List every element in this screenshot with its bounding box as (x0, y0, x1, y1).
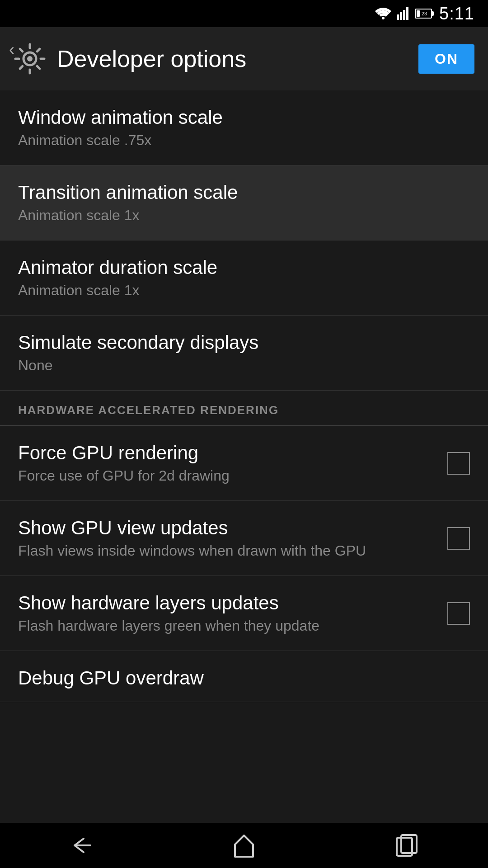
status-icons: 23 (375, 7, 432, 20)
force-gpu-rendering-item[interactable]: Force GPU rendering Force use of GPU for… (0, 426, 488, 501)
status-time: 5:11 (439, 4, 474, 24)
home-button[interactable] (217, 832, 271, 859)
debug-gpu-overdraw-title: Debug GPU overdraw (18, 667, 470, 689)
svg-rect-3 (403, 10, 405, 20)
show-hardware-layers-updates-text: Show hardware layers updates Flash hardw… (18, 592, 438, 634)
recents-nav-icon (393, 834, 420, 857)
hardware-rendering-label: HARDWARE ACCELERATED RENDERING (18, 403, 279, 417)
settings-list: Window animation scale Animation scale .… (0, 90, 488, 702)
back-nav-icon (68, 834, 95, 857)
svg-rect-2 (400, 12, 402, 20)
show-hardware-layers-updates-item[interactable]: Show hardware layers updates Flash hardw… (0, 576, 488, 651)
simulate-secondary-displays-title: Simulate secondary displays (18, 332, 470, 354)
show-gpu-view-updates-subtitle: Flash views inside windows when drawn wi… (18, 542, 438, 559)
developer-toggle-button[interactable]: ON (418, 44, 474, 74)
svg-rect-4 (406, 7, 408, 20)
simulate-secondary-displays-subtitle: None (18, 357, 470, 374)
transition-animation-scale-title: Transition animation scale (18, 182, 470, 203)
battery-level: 23 (417, 11, 432, 16)
home-nav-icon (230, 832, 258, 859)
debug-gpu-overdraw-text: Debug GPU overdraw (18, 667, 470, 693)
show-gpu-view-updates-item[interactable]: Show GPU view updates Flash views inside… (0, 501, 488, 576)
show-gpu-view-updates-checkbox[interactable] (447, 527, 470, 550)
hardware-rendering-section-header: HARDWARE ACCELERATED RENDERING (0, 391, 488, 426)
battery-container: 23 (415, 9, 432, 19)
page-title: Developer options (57, 45, 408, 72)
window-animation-scale-item[interactable]: Window animation scale Animation scale .… (0, 90, 488, 165)
show-hardware-layers-updates-subtitle: Flash hardware layers green when they up… (18, 618, 438, 634)
navigation-bar (0, 823, 488, 868)
wifi-icon (375, 7, 391, 20)
animator-duration-scale-item[interactable]: Animator duration scale Animation scale … (0, 241, 488, 316)
show-gpu-view-updates-title: Show GPU view updates (18, 517, 438, 539)
force-gpu-rendering-text: Force GPU rendering Force use of GPU for… (18, 442, 438, 484)
window-animation-scale-title: Window animation scale (18, 107, 470, 128)
show-hardware-layers-updates-title: Show hardware layers updates (18, 592, 438, 614)
animator-duration-scale-title: Animator duration scale (18, 257, 470, 278)
svg-point-6 (27, 56, 33, 61)
animator-duration-scale-subtitle: Animation scale 1x (18, 282, 470, 299)
recents-button[interactable] (380, 832, 434, 859)
window-animation-scale-text: Window animation scale Animation scale .… (18, 107, 470, 149)
show-gpu-view-updates-text: Show GPU view updates Flash views inside… (18, 517, 438, 559)
simulate-secondary-displays-text: Simulate secondary displays None (18, 332, 470, 374)
force-gpu-rendering-subtitle: Force use of GPU for 2d drawing (18, 467, 438, 484)
window-animation-scale-subtitle: Animation scale .75x (18, 132, 470, 149)
animator-duration-scale-text: Animator duration scale Animation scale … (18, 257, 470, 299)
battery-icon: 23 (415, 9, 432, 19)
transition-animation-scale-text: Transition animation scale Animation sca… (18, 182, 470, 224)
signal-icon (397, 7, 409, 20)
settings-gear-icon: ‹ (14, 42, 46, 75)
simulate-secondary-displays-item[interactable]: Simulate secondary displays None (0, 316, 488, 391)
back-arrow-icon: ‹ (9, 40, 14, 59)
debug-gpu-overdraw-item[interactable]: Debug GPU overdraw (0, 651, 488, 702)
show-hardware-layers-updates-checkbox[interactable] (447, 602, 470, 625)
transition-animation-scale-item[interactable]: Transition animation scale Animation sca… (0, 165, 488, 241)
svg-point-0 (382, 17, 385, 19)
page-header: ‹ Developer options ON (0, 27, 488, 90)
back-button[interactable] (54, 832, 108, 859)
status-bar: 23 5:11 (0, 0, 488, 27)
svg-rect-1 (397, 14, 399, 20)
force-gpu-rendering-checkbox[interactable] (447, 452, 470, 475)
gear-svg (14, 42, 46, 75)
force-gpu-rendering-title: Force GPU rendering (18, 442, 438, 464)
transition-animation-scale-subtitle: Animation scale 1x (18, 207, 470, 224)
